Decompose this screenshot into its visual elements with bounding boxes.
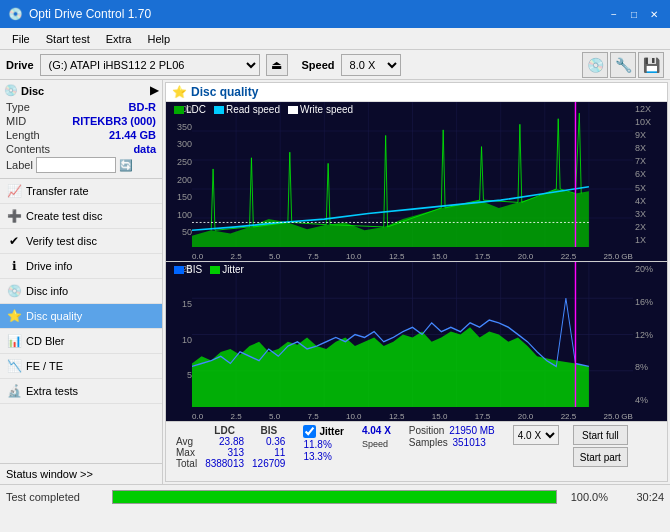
jitter-label: Jitter xyxy=(319,426,343,437)
minimize-button[interactable]: − xyxy=(606,6,622,22)
disc-panel-icon: 💿 xyxy=(4,84,18,97)
label-input[interactable] xyxy=(36,157,116,173)
type-value: BD-R xyxy=(129,101,157,113)
sidebar-label-verify-test-disc: Verify test disc xyxy=(26,235,97,247)
sidebar-item-fe-te[interactable]: 📉 FE / TE xyxy=(0,354,162,379)
jitter-max-row: 13.3% xyxy=(303,451,343,462)
label-icon[interactable]: 🔄 xyxy=(119,159,133,172)
speed-select[interactable]: 8.0 X xyxy=(341,54,401,76)
sidebar-item-disc-info[interactable]: 💿 Disc info xyxy=(0,279,162,304)
chart-bottom-svg xyxy=(192,262,633,407)
sidebar-label-cd-bler: CD Bler xyxy=(26,335,65,347)
menu-start-test[interactable]: Start test xyxy=(38,31,98,47)
chart-top-svg xyxy=(192,102,633,247)
disc-quality-icon: ⭐ xyxy=(6,308,22,324)
chart-top-y-axis-left: 400 350 300 250 200 150 100 50 xyxy=(166,102,192,247)
type-label: Type xyxy=(6,101,30,113)
ldc-avg: 23.88 xyxy=(201,436,248,447)
chart-bottom-x-axis: 0.02.55.07.510.012.515.017.520.022.525.0… xyxy=(192,407,633,421)
app-title: Opti Drive Control 1.70 xyxy=(29,7,151,21)
disc-contents-row: Contents data xyxy=(4,142,158,156)
chart-top-y-axis-right: 12X 10X 9X 8X 7X 6X 5X 4X 3X 2X 1X xyxy=(633,102,667,247)
main: 💿 Disc ▶ Type BD-R MID RITEKBR3 (000) Le… xyxy=(0,80,670,484)
progressbar: Test completed 100.0% 30:24 xyxy=(0,484,670,508)
mid-value: RITEKBR3 (000) xyxy=(72,115,156,127)
sidebar: 💿 Disc ▶ Type BD-R MID RITEKBR3 (000) Le… xyxy=(0,80,163,484)
sidebar-label-transfer-rate: Transfer rate xyxy=(26,185,89,197)
start-full-button[interactable]: Start full xyxy=(573,425,628,445)
mid-label: MID xyxy=(6,115,26,127)
contents-value: data xyxy=(133,143,156,155)
bis-max: 11 xyxy=(248,447,289,458)
toolbar-tools-icon[interactable]: 🔧 xyxy=(610,52,636,78)
status-window-button[interactable]: Status window >> xyxy=(0,463,162,484)
legend-ldc: LDC xyxy=(174,104,206,115)
jitter-max: 13.3% xyxy=(303,451,331,462)
toolbar-disc-icon[interactable]: 💿 xyxy=(582,52,608,78)
quality-speed-select[interactable]: 4.0 X xyxy=(513,425,559,445)
drive-info-icon: ℹ xyxy=(6,258,22,274)
speed-label-text: Speed xyxy=(362,439,391,449)
verify-test-disc-icon: ✔ xyxy=(6,233,22,249)
toolbar-save-icon[interactable]: 💾 xyxy=(638,52,664,78)
bis-total: 126709 xyxy=(248,458,289,469)
legend-read-speed-color xyxy=(214,106,224,114)
chart-top: LDC Read speed Write speed xyxy=(166,102,667,262)
disc-quality-title-icon: ⭐ xyxy=(172,85,187,99)
sidebar-item-cd-bler[interactable]: 📊 CD Bler xyxy=(0,329,162,354)
fe-te-icon: 📉 xyxy=(6,358,22,374)
sidebar-label-create-test-disc: Create test disc xyxy=(26,210,102,222)
chart-top-x-axis: 0.02.55.07.510.012.515.017.520.022.525.0… xyxy=(192,247,633,261)
cd-bler-icon: 📊 xyxy=(6,333,22,349)
ldc-total: 8388013 xyxy=(201,458,248,469)
menu-file[interactable]: File xyxy=(4,31,38,47)
speed-select-section: 4.0 X xyxy=(513,425,559,445)
status-text: Test completed xyxy=(6,491,106,503)
start-part-button[interactable]: Start part xyxy=(573,447,628,467)
titlebar-controls: − □ ✕ xyxy=(606,6,662,22)
disc-quality-title: ⭐ Disc quality xyxy=(166,83,667,102)
sidebar-item-disc-quality[interactable]: ⭐ Disc quality xyxy=(0,304,162,329)
legend-read-speed: Read speed xyxy=(214,104,280,115)
chart-bottom: BIS Jitter xyxy=(166,262,667,421)
eject-button[interactable]: ⏏ xyxy=(266,54,288,76)
chart-bottom-legend: BIS Jitter xyxy=(174,264,244,275)
drive-select[interactable]: (G:) ATAPI iHBS112 2 PL06 xyxy=(40,54,260,76)
legend-write-speed-label: Write speed xyxy=(300,104,353,115)
sidebar-item-drive-info[interactable]: ℹ Drive info xyxy=(0,254,162,279)
disc-panel-label: Disc xyxy=(21,85,44,97)
length-value: 21.44 GB xyxy=(109,129,156,141)
sidebar-item-create-test-disc[interactable]: ➕ Create test disc xyxy=(0,204,162,229)
menu-extra[interactable]: Extra xyxy=(98,31,140,47)
sidebar-item-verify-test-disc[interactable]: ✔ Verify test disc xyxy=(0,229,162,254)
disc-quality-panel: ⭐ Disc quality LDC Read speed xyxy=(165,82,668,482)
jitter-avg: 11.8% xyxy=(303,439,331,450)
bis-header: BIS xyxy=(248,425,289,436)
samples-label: Samples xyxy=(409,437,448,448)
toolbar-icons: 💿 🔧 💾 xyxy=(582,52,664,78)
menubar: File Start test Extra Help xyxy=(0,28,670,50)
sidebar-item-transfer-rate[interactable]: 📈 Transfer rate xyxy=(0,179,162,204)
menu-help[interactable]: Help xyxy=(139,31,178,47)
sidebar-label-extra-tests: Extra tests xyxy=(26,385,78,397)
disc-label-row: Label 🔄 xyxy=(4,156,158,174)
sidebar-item-extra-tests[interactable]: 🔬 Extra tests xyxy=(0,379,162,404)
legend-bis-color xyxy=(174,266,184,274)
sidebar-label-disc-info: Disc info xyxy=(26,285,68,297)
legend-ldc-color xyxy=(174,106,184,114)
maximize-button[interactable]: □ xyxy=(626,6,642,22)
jitter-checkbox[interactable] xyxy=(303,425,316,438)
disc-info-icon: 💿 xyxy=(6,283,22,299)
status-window-label: Status window >> xyxy=(6,468,93,480)
legend-write-speed: Write speed xyxy=(288,104,353,115)
disc-panel-expand-icon[interactable]: ▶ xyxy=(150,84,158,97)
close-button[interactable]: ✕ xyxy=(646,6,662,22)
progress-fill xyxy=(113,491,556,503)
legend-read-speed-label: Read speed xyxy=(226,104,280,115)
progress-percent: 100.0% xyxy=(563,491,608,503)
disc-panel-title: 💿 Disc ▶ xyxy=(4,84,158,97)
create-test-disc-icon: ➕ xyxy=(6,208,22,224)
time-text: 30:24 xyxy=(614,491,664,503)
charts: LDC Read speed Write speed xyxy=(166,102,667,421)
disc-type-row: Type BD-R xyxy=(4,100,158,114)
